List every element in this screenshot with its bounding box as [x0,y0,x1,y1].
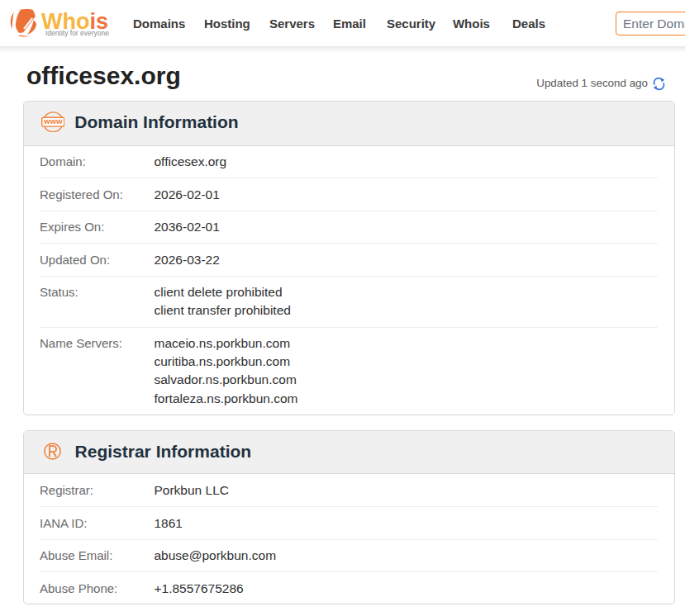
svg-text:www: www [43,116,63,126]
svg-text:Identity for everyone: Identity for everyone [45,29,109,37]
